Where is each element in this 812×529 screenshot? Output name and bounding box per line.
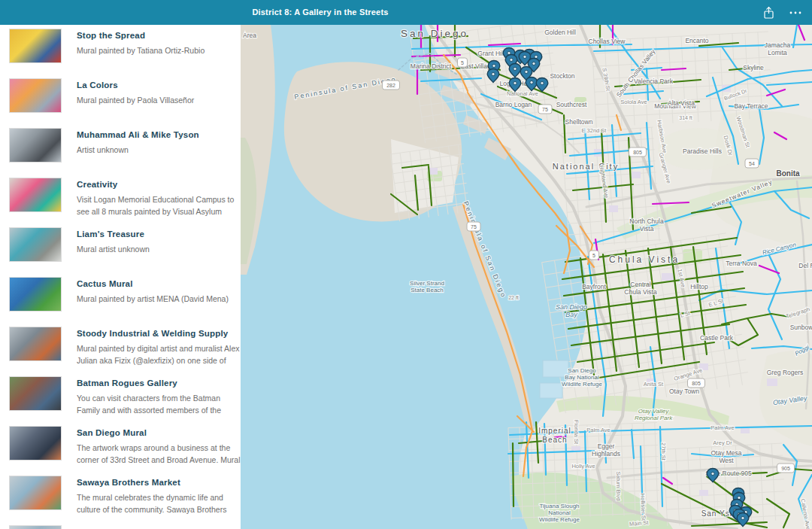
list-item[interactable]: Batman Rogues GalleryYou can visit chara… — [9, 376, 241, 412]
mural-description: Mural artist unknown — [77, 243, 241, 255]
map-label: Chula Vista — [609, 254, 680, 265]
list-item[interactable]: Muhammad Ali & Mike TysonArtist unknown — [9, 128, 241, 163]
list-item[interactable]: CreativityVisit Logan Memorial Education… — [9, 178, 241, 213]
map-label: Otay Town — [669, 388, 699, 395]
svg-text:75: 75 — [471, 224, 477, 230]
mural-description: Mural painted by digital artist and mura… — [77, 342, 241, 367]
map[interactable]: San DiegoMarina DistrictEast VillageGold… — [241, 25, 812, 529]
map-label: Area — [243, 32, 256, 39]
mural-description: Mural painted by artist MENA (David Mena… — [77, 293, 241, 305]
map-label: Bonita — [776, 169, 800, 178]
list-item[interactable]: San Diego MuralThe artwork wraps around … — [9, 426, 241, 461]
mural-thumbnail — [9, 128, 62, 163]
svg-text:5: 5 — [592, 253, 595, 258]
map-label: 22 ft — [508, 295, 519, 300]
map-label: Hollister St — [639, 494, 647, 521]
highway-shield: 75 — [538, 105, 552, 114]
mural-title: Liam's Treasure — [77, 227, 241, 239]
highway-shield: 54 — [745, 159, 759, 168]
map-label: Encanto — [685, 37, 708, 44]
mural-title: Sawaya Brothers Market — [77, 476, 241, 488]
mural-thumbnail — [9, 227, 62, 262]
map-label: Saturn Blvd — [615, 472, 622, 501]
map-label: Florida St — [573, 420, 580, 445]
list-item[interactable]: Sawaya Brothers MarketThe mural celebrat… — [9, 476, 241, 511]
highway-shield: 75 — [467, 222, 480, 231]
app-header: District 8: A Gallery in the Streets — [0, 0, 812, 25]
mural-title: La Colors — [77, 78, 241, 90]
highway-shield: 282 — [383, 81, 400, 90]
map-label: Terra Nova — [726, 260, 757, 267]
map-label: Bay Terrace — [734, 102, 768, 110]
mural-description: Artist unknown — [77, 144, 241, 156]
page-title: District 8: A Gallery in the Streets — [252, 0, 388, 25]
mural-description: Visit Logan Memorial Educational Campus … — [77, 193, 241, 217]
map-label: Chollas View — [589, 38, 626, 45]
salt-pond — [540, 383, 562, 398]
map-label: San Diego — [401, 28, 468, 39]
map-label: Sunbow — [790, 324, 812, 331]
map-label: Marina District — [411, 62, 452, 70]
list-item[interactable]: Stop the SpreadMural painted by Tatiana … — [9, 29, 241, 64]
map-label: Barrio Logan — [495, 101, 532, 108]
map-label: Southcrest — [556, 101, 587, 108]
mural-thumbnail — [9, 277, 62, 312]
landuse-patch — [741, 427, 750, 433]
map-label: Anita St — [644, 381, 664, 388]
mural-title: Stoody Industrial & Welding Supply — [77, 327, 241, 339]
list-item[interactable]: La ColorsMural painted by Paola Villaseñ… — [9, 78, 241, 114]
mural-thumbnail — [9, 476, 62, 510]
map-label: National City — [553, 162, 619, 171]
list-item[interactable]: Cactus MuralMural painted by artist MENA… — [9, 277, 241, 312]
list-item[interactable]: Liam's TreasureMural artist unknown — [9, 227, 241, 263]
mural-description: Mural painted by Tatiana Ortiz-Rubio — [77, 44, 241, 56]
landuse-patch — [767, 379, 777, 386]
map-label: Palm Ave — [710, 424, 735, 431]
mural-thumbnail — [9, 178, 62, 212]
mural-description: You can visit characters from the Batman… — [77, 392, 241, 417]
map-label: Paradise Hills — [683, 147, 722, 155]
mural-title: Muhammad Ali & Mike Tyson — [77, 128, 241, 140]
map-label: Solola Ave — [620, 99, 647, 105]
landuse-patch — [699, 490, 708, 496]
svg-text:805: 805 — [633, 150, 642, 155]
mural-description: Mural painted by Paola Villaseñor — [77, 94, 241, 106]
list-item[interactable] — [9, 525, 241, 529]
map-label: Palm Ave — [586, 427, 611, 433]
mural-title: San Diego Mural — [77, 426, 241, 438]
mural-title: Batman Rogues Gallery — [77, 376, 241, 388]
mural-title: Stop the Spread — [77, 29, 241, 41]
map-label: Shelltown — [565, 118, 593, 126]
share-icon[interactable] — [761, 5, 776, 20]
more-options-icon[interactable] — [788, 5, 803, 20]
mural-title: Creativity — [77, 178, 241, 190]
map-label: Del R — [798, 262, 812, 269]
storymap-app: District 8: A Gallery in the Streets Sto… — [0, 0, 812, 529]
map-label: Alta Vista — [668, 99, 695, 107]
map-label: Grant Hill — [477, 50, 504, 57]
mural-list-panel[interactable]: Stop the SpreadMural painted by Tatiana … — [0, 25, 241, 529]
mural-title: Cactus Mural — [77, 277, 241, 289]
map-label: Otay ValleyRegional Park — [635, 408, 673, 421]
svg-text:805: 805 — [692, 381, 701, 386]
highway-shield: 805 — [629, 147, 647, 157]
map-label: Greg Rogers — [767, 369, 804, 376]
map-label: Castle Park — [700, 334, 734, 342]
mural-description: The mural celebrates the dynamic life an… — [77, 491, 241, 516]
svg-text:75: 75 — [542, 107, 548, 112]
landuse-patch — [662, 273, 674, 281]
map-label: Bayfront — [582, 283, 606, 290]
map-label: Valencia Park — [634, 78, 674, 85]
highway-shield: 905 — [777, 464, 795, 473]
highway-shield: 805 — [688, 379, 705, 388]
map-label: National Ave — [507, 90, 538, 97]
map-label: Golden Hill — [544, 29, 576, 36]
map-label: Hilltop — [690, 283, 708, 290]
landuse-patch — [609, 205, 618, 212]
map-label: JamachaLomita — [765, 41, 791, 56]
map-label: ImperialBeach — [538, 427, 571, 444]
bike-route-green — [513, 443, 514, 506]
svg-text:54: 54 — [749, 161, 755, 166]
list-item[interactable]: Stoody Industrial & Welding SupplyMural … — [9, 327, 241, 362]
svg-text:282: 282 — [386, 83, 395, 88]
